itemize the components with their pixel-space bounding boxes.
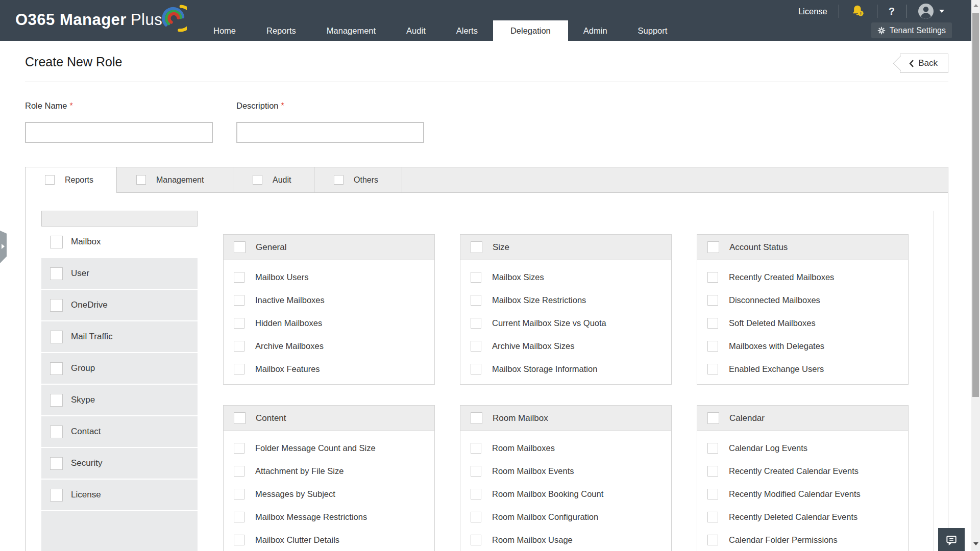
report-item[interactable]: Room Mailbox Configuration: [460, 506, 671, 529]
report-item-checkbox[interactable]: [234, 443, 244, 454]
card-general-checkbox[interactable]: [234, 241, 246, 253]
card-general-header[interactable]: General: [224, 235, 434, 260]
report-item[interactable]: Mailbox Storage Information: [460, 358, 671, 381]
report-item-checkbox[interactable]: [471, 512, 481, 522]
card-account-status-header[interactable]: Account Status: [697, 235, 908, 260]
report-item-checkbox[interactable]: [471, 341, 481, 352]
sidebar-user-checkbox[interactable]: [50, 267, 63, 280]
sidebar-item-mail-traffic[interactable]: Mail Traffic: [41, 321, 198, 353]
report-item-checkbox[interactable]: [234, 295, 244, 306]
nav-link-home[interactable]: Home: [198, 20, 251, 41]
report-item[interactable]: Mailbox Features: [224, 358, 434, 381]
report-item-checkbox[interactable]: [234, 466, 244, 477]
tab-reports-checkbox[interactable]: [45, 175, 55, 185]
notifications-button[interactable]: !: [839, 3, 877, 20]
card-account-status-checkbox[interactable]: [707, 241, 719, 253]
report-item[interactable]: Recently Deleted Calendar Events: [697, 506, 908, 529]
sidebar-item-license[interactable]: License: [41, 480, 198, 511]
report-item[interactable]: Inactive Mailboxes: [224, 289, 434, 312]
report-item-checkbox[interactable]: [234, 341, 244, 352]
report-item-checkbox[interactable]: [707, 512, 718, 522]
report-item[interactable]: Mailbox Clutter Details: [224, 529, 434, 551]
report-item[interactable]: Room Mailbox Usage: [460, 529, 671, 551]
report-item[interactable]: Room Mailboxes: [460, 437, 671, 460]
report-item[interactable]: Enabled Exchange Users: [697, 358, 908, 381]
report-item[interactable]: Mailbox Users: [224, 266, 434, 289]
report-item-checkbox[interactable]: [234, 512, 244, 522]
sidebar-item-onedrive[interactable]: OneDrive: [41, 290, 198, 321]
report-item-checkbox[interactable]: [471, 364, 481, 374]
report-item-checkbox[interactable]: [471, 489, 481, 499]
report-item[interactable]: Recently Created Calendar Events: [697, 460, 908, 483]
tab-others[interactable]: Others: [314, 167, 402, 192]
sidebar-item-security[interactable]: Security: [41, 448, 198, 480]
sidebar-onedrive-checkbox[interactable]: [50, 299, 63, 312]
report-item[interactable]: Current Mailbox Size vs Quota: [460, 312, 671, 335]
tenant-settings-button[interactable]: Tenant Settings: [871, 22, 952, 38]
report-item-checkbox[interactable]: [471, 318, 481, 329]
card-size-header[interactable]: Size: [460, 235, 671, 260]
card-content-header[interactable]: Content: [224, 406, 434, 431]
report-item-checkbox[interactable]: [707, 364, 718, 374]
tab-audit[interactable]: Audit: [233, 167, 314, 192]
report-item-checkbox[interactable]: [234, 364, 244, 374]
nav-link-support[interactable]: Support: [623, 20, 683, 41]
report-item-checkbox[interactable]: [707, 318, 718, 329]
report-item-checkbox[interactable]: [707, 295, 718, 306]
report-item-checkbox[interactable]: [234, 272, 244, 283]
sidebar-security-checkbox[interactable]: [50, 457, 63, 470]
report-item[interactable]: Recently Modified Calendar Events: [697, 483, 908, 506]
report-item-checkbox[interactable]: [471, 272, 481, 283]
report-item[interactable]: Archive Mailbox Sizes: [460, 335, 671, 358]
report-item-checkbox[interactable]: [707, 272, 718, 283]
report-item-checkbox[interactable]: [471, 295, 481, 306]
report-item[interactable]: Room Mailbox Booking Count: [460, 483, 671, 506]
back-button[interactable]: Back: [900, 54, 948, 73]
report-item-checkbox[interactable]: [471, 466, 481, 477]
nav-link-admin[interactable]: Admin: [568, 20, 623, 41]
description-input[interactable]: [236, 122, 424, 143]
report-item[interactable]: Mailboxes with Delegates: [697, 335, 908, 358]
report-item-checkbox[interactable]: [471, 443, 481, 454]
report-item[interactable]: Archive Mailboxes: [224, 335, 434, 358]
sidebar-item-mailbox[interactable]: Mailbox: [41, 227, 198, 258]
sidebar-skype-checkbox[interactable]: [50, 394, 63, 407]
tab-management-checkbox[interactable]: [136, 175, 146, 185]
account-menu[interactable]: [906, 3, 955, 20]
report-item[interactable]: Hidden Mailboxes: [224, 312, 434, 335]
card-room-mailbox-header[interactable]: Room Mailbox: [460, 406, 671, 431]
report-item-checkbox[interactable]: [707, 466, 718, 477]
report-item[interactable]: Mailbox Size Restrictions: [460, 289, 671, 312]
tab-management[interactable]: Management: [117, 167, 233, 192]
scrollbar-thumb[interactable]: [972, 13, 979, 397]
report-item-checkbox[interactable]: [234, 535, 244, 545]
tab-audit-checkbox[interactable]: [253, 175, 262, 185]
card-content-checkbox[interactable]: [234, 412, 246, 424]
sidebar-mail-traffic-checkbox[interactable]: [50, 331, 63, 343]
report-item[interactable]: Recently Created Mailboxes: [697, 266, 908, 289]
report-item-checkbox[interactable]: [707, 535, 718, 545]
report-item[interactable]: Disconnected Mailboxes: [697, 289, 908, 312]
card-room-mailbox-checkbox[interactable]: [471, 412, 482, 424]
report-item-checkbox[interactable]: [707, 443, 718, 454]
report-item[interactable]: Messages by Subject: [224, 483, 434, 506]
license-link[interactable]: License: [787, 3, 839, 20]
sidebar-item-user[interactable]: User: [41, 258, 198, 290]
sidebar-item-skype[interactable]: Skype: [41, 385, 198, 416]
report-item-checkbox[interactable]: [707, 341, 718, 352]
report-item-checkbox[interactable]: [471, 535, 481, 545]
report-item-checkbox[interactable]: [234, 489, 244, 499]
report-item-checkbox[interactable]: [707, 489, 718, 499]
report-item[interactable]: Soft Deleted Mailboxes: [697, 312, 908, 335]
report-item[interactable]: Mailbox Message Restrictions: [224, 506, 434, 529]
report-item[interactable]: Mailbox Sizes: [460, 266, 671, 289]
report-item[interactable]: Calendar Log Events: [697, 437, 908, 460]
sidebar-item-contact[interactable]: Contact: [41, 416, 198, 448]
card-calendar-header[interactable]: Calendar: [697, 406, 908, 431]
scroll-up-button[interactable]: [971, 0, 980, 11]
card-calendar-checkbox[interactable]: [707, 412, 719, 424]
card-size-checkbox[interactable]: [471, 241, 482, 253]
report-item[interactable]: Room Mailbox Events: [460, 460, 671, 483]
help-button[interactable]: ?: [877, 3, 906, 20]
sidebar-group-checkbox[interactable]: [50, 362, 63, 375]
